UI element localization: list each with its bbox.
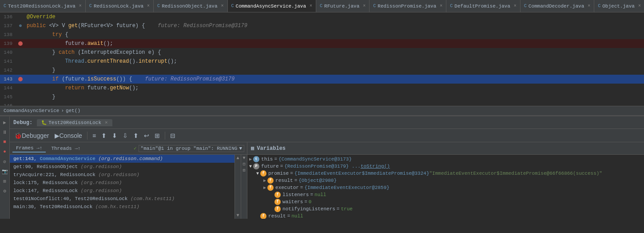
frame-method-5: test01NoConflict:40, Test20RedissonLock [13, 196, 131, 201]
threads-tab[interactable]: Threads →↑ [48, 145, 84, 152]
var-name-notifying: notifyingListeners [282, 206, 335, 212]
var-name-promise: promise [268, 171, 289, 176]
frame-item-1[interactable]: get:90, RedissonObject (org.redisson) [10, 163, 235, 171]
tab-close-7[interactable]: × [588, 4, 590, 8]
var-eq-listeners: = [310, 192, 313, 197]
stop-button[interactable]: ■ [1, 138, 9, 146]
frames-list: get:143, CommandAsyncService (org.rediss… [10, 155, 235, 219]
tab-close-2[interactable]: × [221, 4, 224, 8]
frames-tab[interactable]: Frames →↑ [12, 145, 46, 153]
mute-breakpoints-button[interactable]: ⊘ [1, 157, 9, 165]
frame-class-4: (org.redisson) [81, 188, 122, 193]
breakpoint-icon-139[interactable] [18, 41, 23, 46]
tab-Object[interactable]: C Object.java × [594, 0, 644, 12]
tab-close-4[interactable]: × [363, 4, 366, 8]
listeners-icon: f [274, 192, 281, 198]
frame-item-4[interactable]: lock:147, RedissonLock (org.redisson) [10, 187, 235, 195]
restore-layout-button[interactable]: ⊞ [1, 177, 9, 185]
export-btn[interactable]: ⊞ [242, 168, 245, 173]
tab-CommandAsyncService[interactable]: C CommandAsyncService.java × [228, 0, 316, 12]
debug-bar: Debug: 🐛 Test20RedissonLock × [10, 116, 644, 129]
tab-close-0[interactable]: × [79, 4, 82, 8]
this-icon: t [253, 156, 259, 162]
future-icon: P [253, 163, 259, 169]
tab-close-5[interactable]: × [440, 4, 442, 8]
breadcrumb-class: CommandAsyncService [4, 108, 59, 113]
frame-item-2[interactable]: tryAcquire:221, RedissonLock (org.rediss… [10, 171, 235, 179]
gutter-139 [16, 41, 25, 46]
frame-item-3[interactable]: lock:175, RedissonLock (org.redisson) [10, 179, 235, 187]
var-name-waiters: waiters [282, 199, 303, 205]
to-string-link[interactable]: toString() [361, 164, 390, 169]
var-eq-future: = [280, 164, 283, 169]
evaluate-btn[interactable]: ⊞ [153, 131, 162, 140]
var-row-future[interactable]: ▼ P future = {RedissonPromise@3179} ... … [247, 163, 644, 170]
show-frames-btn[interactable]: ≡ [91, 131, 98, 140]
settings-button[interactable]: ⚙ [1, 187, 9, 195]
console-tab-btn[interactable]: ▶ Console [53, 131, 84, 140]
frame-item-6[interactable]: main:30, Test20RedissonLock (com.hx.test… [10, 203, 235, 211]
resume-button[interactable]: ▶ [1, 118, 9, 126]
breakpoint-icon-143[interactable] [18, 77, 23, 81]
view-breakpoints-button[interactable]: ● [1, 148, 9, 156]
tab-label-4: RFuture.java [324, 4, 359, 9]
code-editor: 136 @Override 137 ⊛ public <V> V get(RFu… [0, 12, 644, 106]
tab-close-6[interactable]: × [514, 4, 517, 8]
expand-executor-icon[interactable]: ▶ [263, 185, 266, 190]
tab-RFuture[interactable]: C RFuture.java × [316, 0, 370, 12]
var-row-this[interactable]: ▶ t this = {CommandSyncService@3173} [247, 156, 644, 163]
tab-icon-0: C [4, 4, 6, 8]
var-row-executor[interactable]: ▶ f executor = {ImmediateEventExecutor@2… [247, 184, 644, 191]
result-icon: f [267, 177, 274, 184]
tab-CommandDecoder[interactable]: C CommandDecoder.java × [521, 0, 594, 12]
frame-item-5[interactable]: test01NoConflict:40, Test20RedissonLock … [10, 195, 235, 203]
step-into-my-btn[interactable]: ⇩ [121, 131, 130, 140]
expand-result-icon[interactable]: ▶ [263, 178, 266, 183]
expand-future-icon[interactable]: ▼ [249, 164, 252, 169]
camera-button[interactable]: 📷 [1, 167, 9, 175]
tab-icon-4: C [320, 4, 322, 8]
tab-RedissonPromise[interactable]: C RedissonPromise.java × [370, 0, 446, 12]
filter-btn[interactable]: ▼ [242, 156, 245, 161]
var-row-waiters: ▶ f waiters = 0 [247, 198, 644, 205]
var-row-promise[interactable]: ▼ f promise = {ImmediateEventExecutor$Im… [247, 170, 644, 177]
pause-button[interactable]: ⏸ [1, 128, 9, 136]
tab-icon-3: C [231, 4, 234, 8]
debug-session-tab[interactable]: 🐛 Test20RedissonLock × [37, 119, 112, 126]
breadcrumb: CommandAsyncService › get() [0, 106, 644, 116]
debugger-tab-btn[interactable]: 🐞 Debugger [12, 131, 51, 140]
scroll-down-btn[interactable]: ▼ [235, 212, 240, 219]
frame-item-0[interactable]: get:143, CommandAsyncService (org.rediss… [10, 155, 235, 163]
frame-class-6: (com.hx.test11) [95, 204, 139, 209]
run-to-cursor-btn[interactable]: ↩ [142, 131, 151, 140]
tab-RedissonObject[interactable]: C RedissonObject.java × [154, 0, 227, 12]
tab-close-1[interactable]: × [147, 4, 150, 8]
expand-this-icon[interactable]: ▶ [249, 157, 252, 162]
tab-Test20RedissonLock[interactable]: C Test20RedissonLock.java × [0, 0, 86, 12]
step-out-btn[interactable]: ⬆ [131, 131, 140, 140]
var-eq-result: = [294, 178, 298, 183]
tab-icon-6: C [450, 4, 453, 8]
debug-session-close[interactable]: × [105, 120, 108, 125]
tab-close-3[interactable]: × [310, 4, 312, 8]
trace-btn[interactable]: ⊟ [168, 131, 177, 140]
tab-RedissonLock[interactable]: C RedissonLock.java × [86, 0, 154, 12]
var-eq-notifying: = [337, 206, 340, 212]
tab-DefaultPromise[interactable]: C DefaultPromise.java × [446, 0, 520, 12]
tab-icon-1: C [89, 4, 92, 8]
thread-dropdown[interactable]: "main"@1 in group "main": RUNNING ▼ [139, 145, 244, 152]
debug-label: Debug: [13, 120, 32, 126]
var-name-this: this [261, 157, 273, 162]
scroll-up-btn[interactable]: ▲ [235, 155, 240, 161]
thread-name: "main"@1 in group "main": RUNNING [141, 146, 238, 151]
step-over-btn[interactable]: ⬆ [99, 131, 108, 140]
line-num-140: 140 [0, 50, 16, 55]
tab-close-8[interactable]: × [638, 4, 641, 8]
code-content-144: return future.getNow(); [25, 85, 139, 91]
step-into-btn[interactable]: ⬇ [110, 131, 119, 140]
frame-class-2: (org.redisson) [98, 172, 139, 177]
var-row-result[interactable]: ▶ f result = {Object@2980} [247, 177, 644, 184]
expand-promise-icon[interactable]: ▼ [256, 171, 259, 176]
var-eq-promise: = [290, 171, 293, 176]
copy-btn[interactable]: ⊟ [242, 161, 245, 167]
